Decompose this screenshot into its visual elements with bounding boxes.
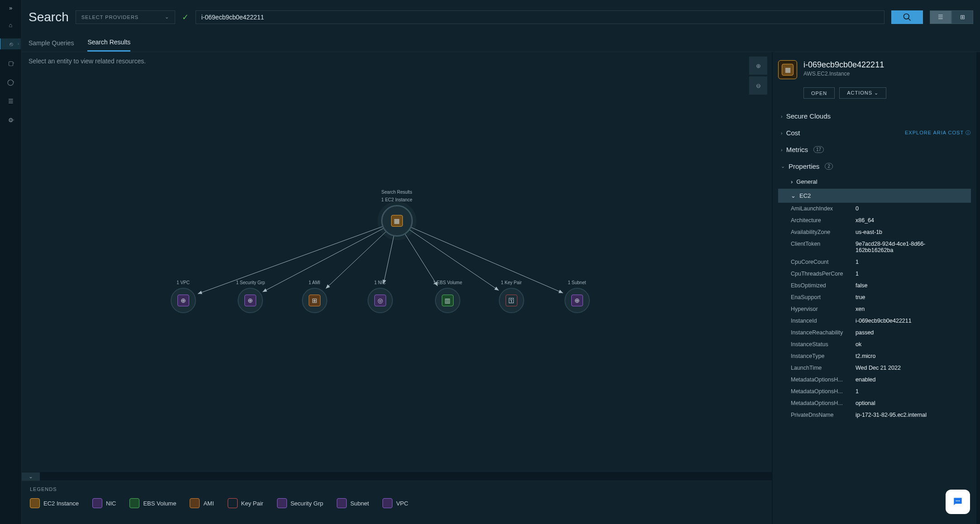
node-label: 1 Key Pair: [499, 280, 524, 285]
entity-title: i-069ecb9cb0e422211: [803, 60, 884, 70]
legends-toggle[interactable]: ⌄: [22, 472, 40, 481]
entity-subtitle: AWS.EC2.Instance: [803, 71, 884, 77]
zoom-out-icon: ⊖: [756, 82, 761, 89]
svg-point-18: [959, 500, 960, 501]
top-bar: Search SELECT PROVIDERS ⌄ ✓ ☰ ⊞: [22, 0, 980, 34]
property-row: InstanceReachabilitypassed: [778, 327, 971, 338]
property-key: LaunchTime: [791, 365, 852, 371]
graph-view-button[interactable]: ⊞: [951, 10, 973, 24]
search-icon: [903, 13, 912, 22]
explore-aria-cost-link[interactable]: EXPLORE ARIA COST ⓘ: [905, 129, 971, 136]
chevron-down-icon: ⌄: [29, 473, 33, 480]
legend-swatch: [382, 498, 392, 508]
search-input[interactable]: [196, 10, 884, 24]
property-value: x86_64: [852, 217, 958, 224]
chevron-down-icon: ⌄: [781, 163, 785, 169]
property-value: optional: [852, 400, 958, 406]
property-value: Wed Dec 21 2022: [852, 365, 958, 371]
legend-item: EBS Volume: [129, 498, 176, 508]
nav-home[interactable]: ⌂: [5, 19, 16, 30]
section-properties[interactable]: ⌄Properties2: [778, 158, 971, 175]
list-icon: ☰: [938, 14, 943, 20]
list-view-button[interactable]: ☰: [930, 10, 951, 24]
graph-node-vpc[interactable]: 1 VPC⊕: [171, 280, 196, 313]
graph-node-keypair[interactable]: 1 Key Pair⚿: [499, 280, 524, 313]
nav-settings[interactable]: ⚙›: [5, 114, 16, 125]
chevron-right-icon: ›: [13, 118, 14, 122]
legend-items: EC2 InstanceNICEBS VolumeAMIKey PairSecu…: [30, 498, 764, 508]
section-secure-clouds[interactable]: ›Secure Clouds: [778, 108, 971, 124]
ec2-instance-icon: ▦: [391, 215, 403, 227]
subnet-icon: ⊕: [571, 295, 583, 306]
panel-header: ▦ i-069ecb9cb0e422211 AWS.EC2.Instance: [778, 60, 971, 79]
property-row: LaunchTimeWed Dec 21 2022: [778, 362, 971, 374]
legend-swatch: [92, 498, 102, 508]
hint-text: Select an entity to view related resourc…: [29, 57, 146, 65]
chevron-right-icon: ›: [781, 147, 783, 152]
help-chat-button[interactable]: [946, 490, 970, 514]
property-row: MetadataOptionsH...1: [778, 386, 971, 397]
property-key: ClientToken: [791, 241, 852, 253]
property-row: Architecturex86_64: [778, 214, 971, 226]
open-button[interactable]: OPEN: [803, 87, 835, 99]
property-value: 1: [852, 388, 958, 395]
chevron-right-icon: ›: [13, 61, 14, 65]
left-nav-rail: » ⌂ ⎋› ▢› ◯› ☰ ⚙›: [0, 0, 22, 524]
property-key: AmiLaunchIndex: [791, 205, 852, 212]
secgrp-icon: ⊕: [244, 295, 256, 306]
nic-icon: ◎: [374, 295, 386, 306]
nav-security[interactable]: ◯›: [5, 76, 16, 87]
property-value: us-east-1b: [852, 229, 958, 235]
property-key: EnaSupport: [791, 294, 852, 300]
graph-node-subnet[interactable]: 1 Subnet⊕: [564, 280, 590, 313]
graph-root-title: Search Results: [381, 190, 413, 195]
nav-briefcase[interactable]: ☰: [5, 95, 16, 106]
properties-ec2[interactable]: ⌄EC2: [778, 189, 971, 203]
legend-label: Security Grp: [291, 500, 323, 507]
nav-resources[interactable]: ▢›: [5, 57, 16, 68]
property-row: InstanceTypet2.micro: [778, 350, 971, 362]
tab-search-results[interactable]: Search Results: [87, 34, 130, 52]
expand-rail-icon[interactable]: »: [9, 5, 12, 11]
page-title: Search: [29, 10, 69, 24]
graph-canvas: Select an entity to view related resourc…: [22, 52, 772, 472]
graph-node-secgrp[interactable]: 1 Security Grp⊕: [236, 280, 265, 313]
home-icon: ⌂: [9, 22, 13, 29]
property-row: MetadataOptionsH...optional: [778, 397, 971, 409]
providers-dropdown[interactable]: SELECT PROVIDERS ⌄: [76, 10, 175, 24]
zoom-in-button[interactable]: ⊕: [749, 57, 767, 75]
tab-sample-queries[interactable]: Sample Queries: [29, 35, 74, 51]
graph-node-ebs[interactable]: 1 EBS Volume▥: [433, 280, 462, 313]
zoom-out-button[interactable]: ⊖: [749, 76, 767, 95]
search-button[interactable]: [891, 10, 923, 24]
svg-marker-3: [197, 291, 202, 294]
property-value: 1: [852, 271, 958, 277]
keypair-icon: ⚿: [506, 295, 517, 306]
node-label: 1 Subnet: [564, 280, 590, 285]
graph-root-label: 1 EC2 Instance: [381, 197, 413, 202]
graph-root-node[interactable]: Search Results 1 EC2 Instance ▦: [381, 190, 413, 237]
legend-item: AMI: [190, 498, 214, 508]
chevron-right-icon: ›: [781, 130, 783, 136]
legend-label: VPC: [396, 500, 408, 507]
property-value: ip-172-31-82-95.ec2.internal: [852, 412, 958, 418]
property-key: CpuCoreCount: [791, 259, 852, 265]
ami-icon: ⊞: [309, 295, 320, 306]
properties-general[interactable]: ›General: [778, 175, 971, 189]
chevron-down-icon: ⌄: [874, 90, 879, 95]
actions-dropdown[interactable]: ACTIONS ⌄: [839, 87, 886, 99]
section-cost[interactable]: ›Cost EXPLORE ARIA COST ⓘ: [778, 124, 971, 141]
legend-item: VPC: [382, 498, 408, 508]
graph-node-nic[interactable]: 1 NIC◎: [368, 280, 393, 313]
legend-swatch: [228, 498, 238, 508]
nav-explore[interactable]: ⎋›: [0, 38, 21, 49]
property-row: PrivateDnsNameip-172-31-82-95.ec2.intern…: [778, 409, 971, 421]
property-row: InstanceStatusok: [778, 338, 971, 350]
providers-label: SELECT PROVIDERS: [81, 14, 139, 20]
property-key: InstanceStatus: [791, 341, 852, 348]
section-metrics[interactable]: ›Metrics17: [778, 141, 971, 158]
graph-node-ami[interactable]: 1 AMI⊞: [302, 280, 327, 313]
property-key: EbsOptimized: [791, 282, 852, 289]
property-row: CpuCoreCount1: [778, 256, 971, 268]
node-label: 1 AMI: [302, 280, 327, 285]
